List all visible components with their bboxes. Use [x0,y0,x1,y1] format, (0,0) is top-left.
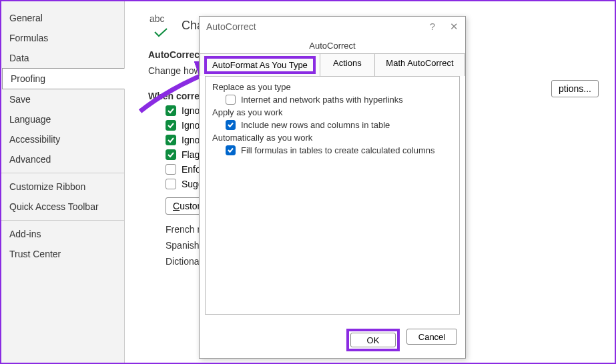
autocorrect-dialog: AutoCorrect ? ✕ AutoCorrect AutoFormat A… [199,16,466,359]
fill-formulas-checkbox[interactable]: Fill formulas in tables to create calcul… [226,145,452,155]
sidebar-item-quick-access-toolbar[interactable]: Quick Access Toolbar [1,197,124,217]
dialog-titlebar: AutoCorrect ? ✕ [200,17,465,37]
sidebar-item-accessibility[interactable]: Accessibility [1,129,124,149]
check-label: Fill formulas in tables to create calcul… [241,145,434,155]
checkbox-icon [166,164,176,175]
autocorrect-options-button[interactable]: ptions... [551,80,599,97]
apply-as-you-work-label: Apply as you work [212,107,452,117]
sidebar-item-advanced[interactable]: Advanced [1,149,124,169]
checkbox-icon [166,105,176,116]
ok-button-highlight: OK [346,329,400,351]
checkbox-icon [166,179,176,189]
tab-autoformat-as-you-type[interactable]: AutoFormat As You Type [200,53,320,76]
checkbox-icon [226,120,236,130]
checkbox-icon [226,95,236,105]
sidebar-item-language[interactable]: Language [1,109,124,129]
sidebar-item-formulas[interactable]: Formulas [1,28,124,48]
sidebar-item-trust-center[interactable]: Trust Center [1,244,124,264]
sidebar-item-customize-ribbon[interactable]: Customize Ribbon [1,177,124,197]
dialog-content: Replace as you type Internet and network… [205,76,460,315]
tab-math-autocorrect[interactable]: Math AutoCorrect [375,53,465,76]
autoformat-tab-highlight: AutoFormat As You Type [204,56,316,74]
ok-button[interactable]: OK [350,333,396,347]
cancel-button[interactable]: Cancel [406,329,457,345]
tab-autocorrect[interactable]: AutoCorrect [200,37,465,51]
internet-paths-hyperlinks-checkbox[interactable]: Internet and network paths with hyperlin… [226,95,452,105]
checkbox-icon [166,120,176,131]
sidebar: General Formulas Data Proofing Save Lang… [1,1,125,363]
close-icon[interactable]: ✕ [450,21,458,33]
include-new-rows-columns-checkbox[interactable]: Include new rows and columns in table [226,120,452,130]
sidebar-item-save[interactable]: Save [1,89,124,109]
sidebar-item-data[interactable]: Data [1,48,124,68]
sidebar-item-add-ins[interactable]: Add-ins [1,224,124,244]
check-label: Include new rows and columns in table [241,120,390,130]
dialog-title: AutoCorrect [206,21,256,32]
checkbox-icon [226,145,236,155]
sidebar-item-general[interactable]: General [1,8,124,28]
tab-actions[interactable]: Actions [320,53,375,76]
sidebar-item-proofing[interactable]: Proofing [2,68,125,89]
automatically-as-you-work-label: Automatically as you work [212,133,452,143]
help-icon[interactable]: ? [430,21,435,33]
proofing-icon: abc [148,13,172,37]
checkbox-icon [166,135,176,145]
check-label: Internet and network paths with hyperlin… [241,95,403,105]
checkbox-icon [166,149,176,160]
replace-as-you-type-label: Replace as you type [212,82,452,92]
